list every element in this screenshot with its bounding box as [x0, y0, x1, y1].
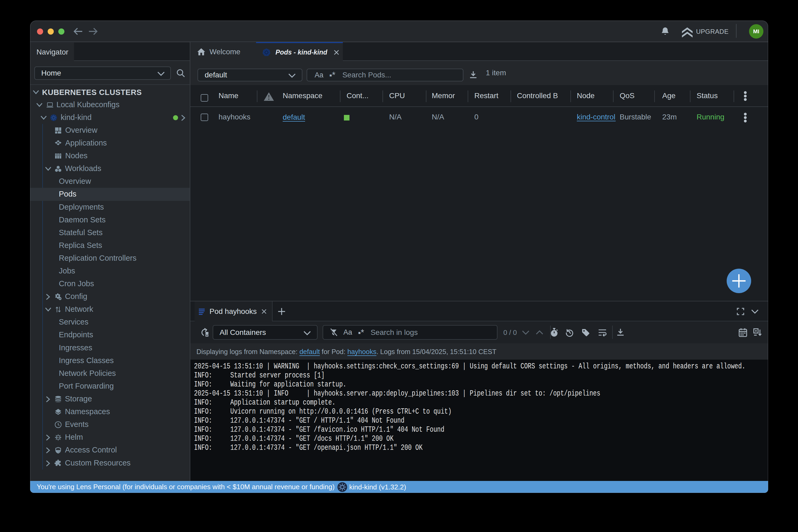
- svg-text:HELM: HELM: [56, 437, 60, 438]
